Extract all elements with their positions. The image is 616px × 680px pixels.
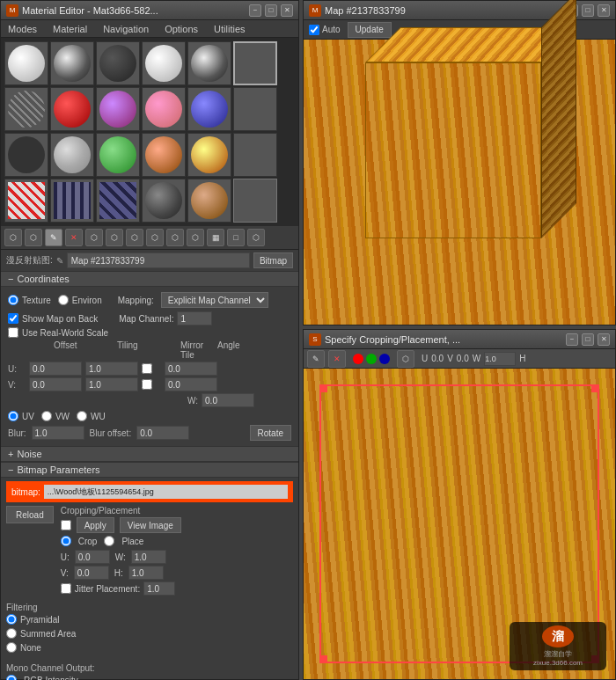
sphere-13[interactable] (4, 133, 48, 177)
rotate-button[interactable]: Rotate (250, 425, 291, 441)
sphere-7[interactable] (4, 87, 48, 131)
sphere-22[interactable] (142, 179, 186, 223)
sphere-4[interactable] (142, 41, 186, 85)
sphere-11[interactable] (187, 87, 231, 131)
maximize-button[interactable]: □ (265, 4, 277, 17)
v-offset-input[interactable] (29, 377, 82, 391)
apply-button[interactable]: Apply (77, 517, 114, 533)
u-tiling-input[interactable] (85, 362, 138, 376)
tool-12[interactable]: ⬡ (247, 229, 265, 246)
wu-radio[interactable] (77, 411, 87, 421)
crop-tool-3[interactable]: ⬡ (397, 350, 414, 368)
summed-radio[interactable] (6, 628, 17, 639)
tool-7[interactable]: ⬡ (146, 229, 164, 246)
environ-radio[interactable] (58, 295, 69, 305)
crop-tool-1[interactable]: ✎ (307, 350, 325, 368)
tool-6[interactable]: ⬡ (126, 229, 143, 246)
crop-close-btn[interactable]: ✕ (598, 333, 610, 346)
w-angle-input[interactable] (202, 393, 254, 407)
mapping-dropdown[interactable]: Explicit Map Channel (161, 292, 268, 308)
reload-button[interactable]: Reload (6, 506, 54, 523)
u-mirror-checkbox[interactable] (142, 363, 152, 374)
sphere-9[interactable] (96, 87, 140, 131)
crop-color-dots (353, 354, 390, 364)
sphere-19[interactable] (4, 179, 48, 223)
sphere-5[interactable] (187, 41, 231, 85)
u-angle-input[interactable] (165, 362, 217, 376)
tool-4[interactable]: ⬡ (85, 229, 103, 246)
crop-w-input[interactable] (131, 550, 166, 564)
map-channel-input[interactable] (177, 311, 212, 325)
sphere-10[interactable] (142, 87, 186, 131)
sphere-24[interactable] (233, 179, 277, 223)
uv-radio[interactable] (8, 411, 18, 421)
v-angle-input[interactable] (165, 377, 217, 391)
map-type-button[interactable]: Bitmap (253, 252, 293, 268)
place-radio[interactable] (104, 536, 114, 546)
sphere-23[interactable] (187, 179, 231, 223)
sphere-18[interactable] (233, 133, 277, 177)
sphere-2[interactable] (50, 41, 94, 85)
tool-delete[interactable]: ✕ (65, 229, 83, 246)
crop-minimize-btn[interactable]: − (566, 333, 578, 346)
map-input[interactable] (67, 252, 250, 268)
map-maximize-btn[interactable]: □ (582, 4, 594, 17)
sphere-1[interactable] (4, 41, 48, 85)
bitmap-path-display[interactable]: ...\Wood\地板\1125594654.jpg (44, 485, 288, 499)
vw-radio[interactable] (41, 411, 52, 421)
crop-radio[interactable] (61, 536, 71, 546)
use-realworld-label: Use Real-World Scale (22, 328, 108, 338)
map-close-btn[interactable]: ✕ (598, 4, 610, 17)
tool-1[interactable]: ⬡ (4, 229, 22, 246)
menu-modes[interactable]: Modes (4, 22, 40, 36)
map-channel-label: Map Channel: (119, 314, 173, 324)
menu-material[interactable]: Material (49, 22, 91, 36)
sphere-14[interactable] (50, 133, 94, 177)
crop-u-input[interactable] (75, 550, 110, 564)
rgb-intensity-radio[interactable] (6, 675, 17, 680)
sphere-16[interactable] (142, 133, 186, 177)
minimize-button[interactable]: − (249, 4, 261, 17)
sphere-12[interactable] (233, 87, 277, 131)
texture-radio[interactable] (8, 295, 18, 305)
jitter-input[interactable] (143, 581, 175, 596)
crop-v-input[interactable] (74, 566, 109, 580)
tool-5[interactable]: ⬡ (106, 229, 123, 246)
wu-label: WU (91, 412, 106, 421)
crop-maximize-btn[interactable]: □ (582, 333, 594, 346)
sphere-21[interactable] (96, 179, 140, 223)
coordinates-section-header: − Coordinates (1, 271, 298, 287)
tool-2[interactable]: ⬡ (25, 229, 42, 246)
use-realworld-checkbox[interactable] (8, 327, 18, 338)
none-radio[interactable] (6, 642, 17, 653)
sphere-3[interactable] (96, 41, 140, 85)
close-button[interactable]: ✕ (281, 4, 293, 17)
sphere-17[interactable] (187, 133, 231, 177)
v-mirror-checkbox[interactable] (142, 379, 152, 390)
blur-offset-input[interactable] (136, 426, 189, 440)
menu-utilities[interactable]: Utilities (210, 22, 248, 36)
sphere-6[interactable] (233, 41, 277, 85)
view-image-button[interactable]: View Image (120, 517, 181, 533)
jitter-checkbox[interactable] (61, 583, 71, 594)
tool-3[interactable]: ✎ (45, 229, 62, 246)
crop-h-input[interactable] (128, 566, 164, 580)
show-map-back-checkbox[interactable] (8, 313, 18, 324)
crop-w-toolbar-input[interactable] (484, 352, 516, 366)
apply-checkbox[interactable] (61, 520, 71, 530)
tool-9[interactable]: ⬡ (187, 229, 204, 246)
blur-input[interactable] (32, 426, 84, 440)
tool-11[interactable]: □ (227, 229, 245, 246)
sphere-20[interactable] (50, 179, 94, 223)
v-tiling-input[interactable] (85, 377, 138, 391)
crop-tool-delete[interactable]: ✕ (328, 350, 346, 368)
auto-checkbox[interactable] (309, 25, 319, 35)
menu-options[interactable]: Options (161, 22, 202, 36)
tool-10[interactable]: ▦ (207, 229, 224, 246)
u-offset-input[interactable] (29, 362, 82, 376)
tool-8[interactable]: ⬡ (166, 229, 184, 246)
sphere-15[interactable] (96, 133, 140, 177)
menu-navigation[interactable]: Navigation (99, 22, 152, 36)
sphere-8[interactable] (50, 87, 94, 131)
pyramidal-radio[interactable] (6, 614, 17, 625)
